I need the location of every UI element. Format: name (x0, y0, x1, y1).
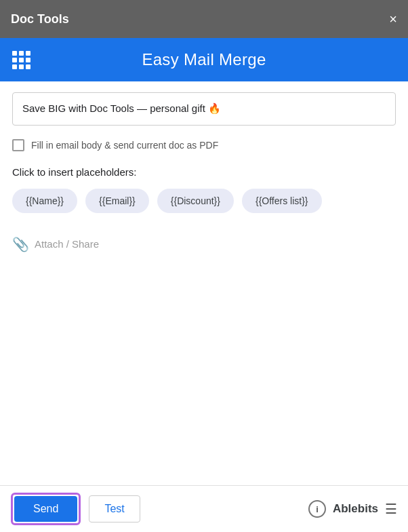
pill-offers-list[interactable]: {{Offers list}} (242, 189, 322, 213)
paperclip-icon: 📎 (12, 236, 29, 252)
hamburger-menu-icon[interactable]: ☰ (385, 502, 397, 516)
main-content: Save BIG with Doc Tools — personal gift … (0, 81, 408, 532)
pdf-checkbox-label: Fill in email body & send current doc as… (31, 140, 218, 151)
placeholders-section-label: Click to insert placeholders: (12, 166, 396, 178)
test-button[interactable]: Test (89, 495, 140, 522)
send-button-wrapper: Send (11, 493, 81, 525)
bottom-bar: Send Test i Ablebits ☰ (0, 485, 408, 532)
bottom-right-area: i Ablebits ☰ (308, 500, 397, 518)
grid-icon (12, 51, 30, 69)
ablebits-info-icon[interactable]: i (308, 500, 326, 518)
pdf-checkbox[interactable] (12, 139, 24, 151)
blue-header: Easy Mail Merge (0, 38, 408, 81)
close-button[interactable]: × (389, 12, 397, 26)
pdf-checkbox-row[interactable]: Fill in email body & send current doc as… (12, 139, 396, 151)
pill-name[interactable]: {{Name}} (12, 189, 77, 213)
app-title: Doc Tools (11, 12, 69, 26)
subject-input[interactable]: Save BIG with Doc Tools — personal gift … (12, 92, 396, 126)
send-button[interactable]: Send (14, 496, 77, 522)
ablebits-brand: Ablebits (333, 502, 378, 516)
title-bar: Doc Tools × (0, 0, 408, 38)
placeholder-pills: {{Name}} {{Email}} {{Discount}} {{Offers… (12, 189, 396, 213)
attach-share-label: Attach / Share (35, 238, 99, 250)
pill-discount[interactable]: {{Discount}} (157, 189, 234, 213)
attach-share-row[interactable]: 📎 Attach / Share (12, 229, 396, 259)
header-title: Easy Mail Merge (142, 50, 266, 69)
pill-email[interactable]: {{Email}} (85, 189, 149, 213)
